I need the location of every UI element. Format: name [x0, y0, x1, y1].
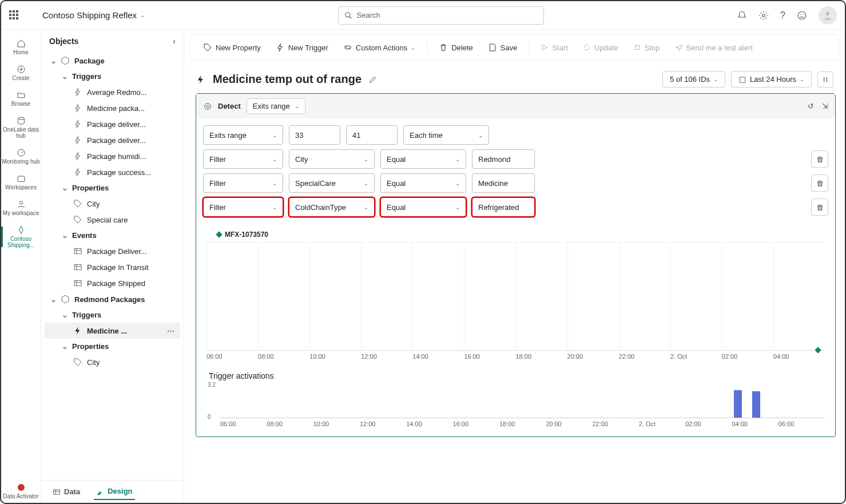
bolt-icon	[73, 152, 82, 161]
search-placeholder: Search	[357, 11, 380, 19]
tree-event-item[interactable]: Package Deliver...	[41, 243, 184, 259]
filter-compare-dropdown[interactable]: Equal⌄	[380, 173, 466, 193]
tree-event-item[interactable]: Package Shipped	[41, 275, 184, 291]
rail-workspaces[interactable]: Workspaces	[1, 170, 41, 194]
time-range-dropdown[interactable]: Last 24 Hours⌄	[731, 71, 812, 88]
rail-monitoring[interactable]: Monitoring hub	[1, 145, 41, 168]
rail-contoso[interactable]: Contoso Shipping...	[1, 222, 41, 252]
save-button[interactable]: Save	[481, 39, 525, 55]
stop-button[interactable]: Stop	[626, 40, 667, 55]
frequency-dropdown[interactable]: Each time⌄	[403, 125, 489, 145]
legend-marker	[216, 231, 222, 237]
trash-icon	[439, 43, 448, 52]
search-input[interactable]: Search	[338, 6, 544, 25]
delete-filter-button[interactable]: 🗑	[811, 199, 828, 216]
filter-value-input[interactable]: Medicine	[472, 173, 535, 193]
stop-icon	[633, 43, 641, 51]
rail-onelake[interactable]: OneLake data hub	[1, 113, 41, 142]
feedback-icon[interactable]	[797, 10, 807, 21]
trigger-activations-title: Trigger activations	[206, 360, 825, 384]
gear-icon[interactable]	[758, 10, 769, 21]
filter-value-input[interactable]: Redmond	[472, 149, 535, 169]
help-icon[interactable]: ?	[780, 10, 785, 21]
tree-events[interactable]: ⌄Events	[41, 228, 184, 243]
delete-button[interactable]: Delete	[432, 39, 480, 55]
filter-compare-dropdown[interactable]: Equal⌄	[380, 197, 466, 217]
tree-prop-item[interactable]: City	[41, 196, 184, 212]
tree-trigger-item[interactable]: Package success...	[41, 164, 184, 180]
filter-field-dropdown[interactable]: SpecialCare⌄	[289, 173, 375, 193]
tree-trigger-item[interactable]: Package deliver...	[41, 116, 184, 132]
expand-icon[interactable]: ⇲	[822, 102, 828, 110]
new-property-button[interactable]: New Property	[196, 39, 268, 55]
filter-type-dropdown[interactable]: Filter⌄	[203, 197, 283, 217]
toolbar: New Property New Trigger Custom Actions⌄…	[190, 34, 839, 61]
tree-trigger-item[interactable]: Medicine packa...	[41, 100, 184, 116]
filter-type-dropdown[interactable]: Filter⌄	[203, 149, 283, 169]
app-launcher-icon[interactable]	[9, 10, 19, 21]
tree-prop-item[interactable]: City	[41, 354, 184, 370]
filter-field-dropdown[interactable]: City⌄	[289, 149, 375, 169]
svg-point-8	[18, 117, 24, 120]
bolt-icon	[73, 326, 82, 335]
object-tree[interactable]: ⌄Package ⌄Triggers Average Redmo... Medi…	[41, 53, 184, 480]
delete-filter-button[interactable]: 🗑	[811, 150, 828, 168]
bar	[734, 390, 742, 418]
tree-selected-trigger[interactable]: Medicine ...⋯	[45, 323, 180, 339]
filter-row-highlighted: Filter⌄ ColdChainType⌄ Equal⌄ Refrigerat…	[203, 197, 828, 217]
filter-field-dropdown[interactable]: ColdChainType⌄	[289, 197, 375, 217]
tab-data[interactable]: Data	[50, 484, 82, 499]
edit-icon[interactable]	[368, 75, 378, 84]
svg-rect-15	[74, 280, 81, 285]
rail-home[interactable]: Home	[1, 35, 41, 59]
workspace-name: Contoso Shipping Reflex	[42, 10, 137, 20]
activations-chart[interactable]: 3.2 0	[220, 384, 825, 418]
filter-compare-dropdown[interactable]: Equal⌄	[380, 149, 466, 169]
ids-dropdown[interactable]: 5 of 106 IDs⌄	[662, 71, 725, 88]
range-high-input[interactable]: 41	[346, 125, 398, 145]
tree-redmond-triggers[interactable]: ⌄Triggers	[41, 307, 184, 323]
rail-browse[interactable]: Browse	[1, 87, 41, 110]
filter-row: Filter⌄ SpecialCare⌄ Equal⌄ Medicine 🗑	[203, 173, 828, 193]
tree-properties[interactable]: ⌄Properties	[41, 180, 184, 196]
brush-icon	[96, 487, 104, 495]
custom-actions-button[interactable]: Custom Actions⌄	[336, 39, 422, 55]
condition-op-dropdown[interactable]: Exits range⌄	[203, 125, 283, 145]
rail-data-activator[interactable]: Data Activator	[1, 479, 41, 503]
tree-redmond-props[interactable]: ⌄Properties	[41, 339, 184, 354]
bolt-icon	[73, 136, 82, 145]
delete-filter-button[interactable]: 🗑	[811, 174, 828, 192]
range-low-input[interactable]: 33	[289, 125, 340, 145]
rail-my-workspace[interactable]: My workspace	[1, 196, 41, 220]
detect-card: Detect Exits range⌄ ↺ ⇲ Exits range⌄ 33 …	[196, 93, 836, 437]
send-test-button[interactable]: Send me a test alert	[668, 40, 760, 55]
tree-trigger-item[interactable]: Package humidi...	[41, 148, 184, 164]
tree-package[interactable]: ⌄Package	[41, 53, 184, 69]
avatar[interactable]	[819, 6, 837, 25]
workspace-switcher[interactable]: Contoso Shipping Reflex ⌄	[42, 10, 145, 20]
tab-design[interactable]: Design	[94, 483, 134, 500]
tag-icon	[73, 215, 82, 224]
tree-event-item[interactable]: Package In Transit	[41, 259, 184, 275]
tree-triggers[interactable]: ⌄Triggers	[41, 69, 184, 84]
tree-prop-item[interactable]: Special care	[41, 212, 184, 228]
tree-trigger-item[interactable]: Average Redmo...	[41, 84, 184, 100]
bell-icon[interactable]	[737, 10, 747, 21]
table-icon	[73, 263, 82, 272]
page-title: Medicine temp out of range	[213, 73, 362, 86]
collapse-panel-icon[interactable]: ‹	[173, 37, 176, 46]
tree-trigger-item[interactable]: Package deliver...	[41, 132, 184, 148]
timeline-chart[interactable]	[206, 242, 825, 351]
tree-redmond[interactable]: ⌄Redmond Packages	[41, 291, 184, 307]
more-icon[interactable]: ⋯	[167, 327, 174, 335]
start-button[interactable]: Start	[534, 40, 574, 55]
pause-button[interactable]	[817, 72, 833, 88]
detect-mode-dropdown[interactable]: Exits range⌄	[247, 98, 305, 114]
save-icon	[488, 43, 497, 52]
undo-icon[interactable]: ↺	[808, 102, 814, 110]
update-button[interactable]: Update	[576, 40, 625, 55]
filter-value-input[interactable]: Refrigerated	[472, 197, 535, 217]
new-trigger-button[interactable]: New Trigger	[269, 39, 335, 55]
rail-create[interactable]: Create	[1, 61, 41, 85]
filter-type-dropdown[interactable]: Filter⌄	[203, 173, 283, 193]
